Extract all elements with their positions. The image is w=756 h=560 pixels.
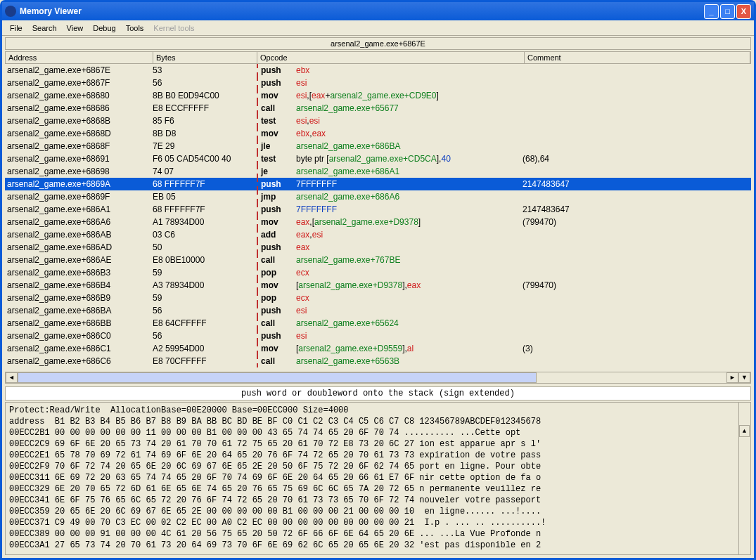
disasm-row[interactable]: arsenal2_game.exe+6868D8B D8movebx,eax	[5, 127, 751, 140]
operand-cell: eax	[296, 242, 523, 252]
menu-kernel: Kernel tools	[148, 22, 199, 34]
address-cell: arsenal2_game.exe+68686	[5, 103, 153, 113]
bytes-cell: A1 78934D00	[153, 217, 257, 227]
disasm-row[interactable]: arsenal2_game.exe+68691F6 05 CAD54C00 40…	[5, 152, 751, 165]
minimize-button[interactable]: _	[704, 4, 719, 19]
address-cell: arsenal2_game.exe+686A6	[5, 217, 153, 227]
disasm-row[interactable]: arsenal2_game.exe+686C6E8 70CFFFFFcallar…	[5, 355, 751, 367]
opcode-cell: jle	[258, 141, 296, 151]
address-cell: arsenal2_game.exe+686B4	[5, 280, 153, 290]
bytes-cell: 7E 29	[153, 141, 257, 151]
opcode-cell: call	[258, 318, 296, 328]
operand-cell: arsenal2_game.exe+65624	[296, 318, 523, 328]
bytes-cell: E8 70CFFFFF	[153, 356, 257, 366]
address-cell: arsenal2_game.exe+686AD	[5, 242, 153, 252]
disasm-row[interactable]: arsenal2_game.exe+6869874 07jearsenal2_g…	[5, 165, 751, 178]
opcode-cell: push	[258, 179, 296, 189]
hex-view[interactable]: Protect:Read/Write AllocationBase=00E200…	[5, 402, 751, 555]
instruction-info: push word or doubleword onto the stack (…	[5, 386, 751, 401]
operand-cell: eax,esi	[296, 230, 523, 240]
opcode-cell: push	[258, 331, 296, 341]
scroll-up-icon[interactable]: ▲	[739, 425, 750, 437]
menu-search[interactable]: Search	[27, 22, 62, 34]
disasm-row[interactable]: arsenal2_game.exe+686BA56pushesi	[5, 304, 751, 317]
opcode-cell: pop	[258, 268, 296, 278]
disasm-row[interactable]: arsenal2_game.exe+686A6A1 78934D00moveax…	[5, 216, 751, 228]
address-cell: arsenal2_game.exe+686BA	[5, 306, 153, 315]
disasm-row[interactable]: arsenal2_game.exe+686AEE8 0BE10000callar…	[5, 254, 751, 266]
menu-file[interactable]: File	[5, 22, 27, 34]
bytes-cell: A3 78934D00	[153, 280, 257, 290]
operand-cell: esi	[296, 331, 523, 341]
disasm-row[interactable]: arsenal2_game.exe+6867F56pushesi	[5, 77, 751, 89]
comment-cell: 2147483647	[523, 179, 751, 189]
disasm-row[interactable]: arsenal2_game.exe+686C1A2 59954D00mov[ar…	[5, 342, 751, 355]
address-cell: arsenal2_game.exe+686C0	[5, 331, 153, 341]
disasm-row[interactable]: arsenal2_game.exe+6868F7E 29jlearsenal2_…	[5, 140, 751, 152]
operand-cell: esi,esi	[296, 116, 523, 126]
address-cell: arsenal2_game.exe+686A1	[5, 204, 153, 214]
header-opcode[interactable]: Opcode	[257, 52, 525, 63]
disasm-row[interactable]: arsenal2_game.exe+68686E8 ECCFFFFFcallar…	[5, 102, 751, 115]
app-icon	[5, 6, 16, 17]
scroll-left-icon[interactable]: ◄	[6, 372, 18, 383]
hex-scrollbar[interactable]: ▲	[738, 403, 750, 554]
opcode-cell: test	[258, 116, 296, 126]
window-title: Memory Viewer	[20, 6, 703, 16]
opcode-cell: mov	[258, 280, 296, 290]
horizontal-scrollbar[interactable]: ◄ ► ▼	[5, 372, 751, 384]
address-cell: arsenal2_game.exe+68691	[5, 154, 153, 164]
disasm-row[interactable]: arsenal2_game.exe+686808B B0 E0D94C00mov…	[5, 89, 751, 102]
address-cell: arsenal2_game.exe+686B3	[5, 268, 153, 278]
comment-cell: 2147483647	[523, 204, 751, 214]
disasm-row[interactable]: arsenal2_game.exe+6869A68 FFFFFF7Fpush7F…	[5, 178, 751, 190]
scroll-thumb[interactable]	[18, 372, 537, 383]
disasm-row[interactable]: arsenal2_game.exe+6867E53pushebx	[5, 64, 751, 77]
opcode-cell: call	[258, 356, 296, 366]
operand-cell: arsenal2_game.exe+6563B	[296, 356, 523, 366]
close-button[interactable]: X	[736, 4, 751, 19]
bytes-cell: 68 FFFFFF7F	[153, 204, 257, 214]
disasm-row[interactable]: arsenal2_game.exe+686B359popecx	[5, 266, 751, 279]
scroll-down-icon[interactable]: ▼	[738, 372, 750, 383]
opcode-cell: push	[258, 204, 296, 214]
disasm-row[interactable]: arsenal2_game.exe+686B959popecx	[5, 292, 751, 304]
disasm-row[interactable]: arsenal2_game.exe+686C056pushesi	[5, 330, 751, 342]
scroll-right-icon[interactable]: ►	[726, 372, 738, 383]
column-headers[interactable]: Address Bytes Opcode Comment	[5, 51, 751, 64]
opcode-cell: mov	[258, 91, 296, 100]
bytes-cell: 56	[153, 306, 257, 315]
maximize-button[interactable]: □	[720, 4, 735, 19]
operand-cell: 7FFFFFFF	[296, 204, 523, 214]
disasm-row[interactable]: arsenal2_game.exe+686B4A3 78934D00mov[ar…	[5, 279, 751, 292]
bytes-cell: 56	[153, 331, 257, 341]
address-cell: arsenal2_game.exe+6869F	[5, 192, 153, 202]
opcode-cell: push	[258, 65, 296, 75]
menu-debug[interactable]: Debug	[88, 22, 120, 34]
address-cell: arsenal2_game.exe+6868D	[5, 129, 153, 138]
header-comment[interactable]: Comment	[525, 52, 750, 63]
disassembly-view[interactable]: arsenal2_game.exe+6867E53pushebxarsenal2…	[5, 64, 751, 370]
header-address[interactable]: Address	[6, 52, 153, 63]
location-bar[interactable]: arsenal2_game.exe+6867E	[5, 37, 751, 50]
menu-tools[interactable]: Tools	[121, 22, 149, 34]
address-cell: arsenal2_game.exe+686C1	[5, 344, 153, 353]
menu-view[interactable]: View	[62, 22, 89, 34]
opcode-cell: mov	[258, 129, 296, 138]
disasm-row[interactable]: arsenal2_game.exe+6869FEB 05jmparsenal2_…	[5, 190, 751, 203]
operand-cell: eax,[arsenal2_game.exe+D9378]	[296, 217, 523, 227]
disasm-row[interactable]: arsenal2_game.exe+6868B85 F6testesi,esi	[5, 115, 751, 127]
operand-cell: esi	[296, 78, 523, 88]
disasm-row[interactable]: arsenal2_game.exe+686BBE8 64CFFFFFcallar…	[5, 317, 751, 330]
titlebar[interactable]: Memory Viewer _ □ X	[2, 2, 754, 20]
bytes-cell: E8 ECCFFFFF	[153, 103, 257, 113]
operand-cell: arsenal2_game.exe+686BA	[296, 141, 523, 151]
address-cell: arsenal2_game.exe+686C6	[5, 356, 153, 366]
header-bytes[interactable]: Bytes	[153, 52, 257, 63]
disasm-row[interactable]: arsenal2_game.exe+686AB03 C6addeax,esi	[5, 228, 751, 241]
address-cell: arsenal2_game.exe+686B9	[5, 293, 153, 303]
opcode-cell: call	[258, 255, 296, 265]
address-cell: arsenal2_game.exe+6868B	[5, 116, 153, 126]
disasm-row[interactable]: arsenal2_game.exe+686AD50pusheax	[5, 241, 751, 254]
disasm-row[interactable]: arsenal2_game.exe+686A168 FFFFFF7Fpush7F…	[5, 203, 751, 216]
